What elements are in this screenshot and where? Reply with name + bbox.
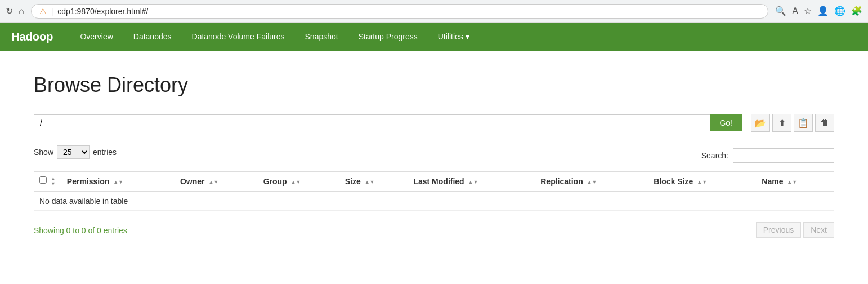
- col-owner[interactable]: Owner ▲▼: [175, 172, 258, 192]
- previous-button[interactable]: Previous: [756, 222, 801, 238]
- size-sort-icon: ▲▼: [365, 180, 375, 185]
- path-input[interactable]: [34, 114, 710, 131]
- zoom-icon[interactable]: 🔍: [775, 6, 786, 16]
- permission-sort-icon: ▲▼: [113, 180, 123, 185]
- col-replication[interactable]: Replication ▲▼: [535, 172, 648, 192]
- show-label: Show: [34, 148, 53, 157]
- nav-utilities[interactable]: Utilities ▾: [428, 24, 480, 49]
- entries-select[interactable]: 10 25 50 100: [57, 145, 90, 159]
- select-all-col[interactable]: ▲▼: [34, 172, 61, 192]
- pagination: Previous Next: [756, 222, 834, 238]
- browser-action-icons: 🔍 A ☆ 👤 🌐 🧩: [775, 6, 862, 16]
- sort-icon: ▲▼: [51, 176, 56, 187]
- entries-label: entries: [93, 148, 117, 157]
- list-icon-btn[interactable]: 📋: [794, 114, 813, 132]
- col-size[interactable]: Size ▲▼: [339, 172, 408, 192]
- name-sort-icon: ▲▼: [787, 180, 797, 185]
- owner-sort-icon: ▲▼: [208, 180, 218, 185]
- nav-startup-progress[interactable]: Startup Progress: [348, 24, 428, 49]
- folder-icon-btn[interactable]: 📂: [751, 114, 770, 132]
- search-label: Search:: [701, 151, 728, 160]
- toolbar-icons: 📂 ⬆ 📋 🗑: [751, 114, 834, 132]
- page-title: Browse Directory: [34, 73, 834, 97]
- navbar: Hadoop Overview Datanodes Datanode Volum…: [0, 23, 868, 51]
- replication-sort-icon: ▲▼: [587, 180, 597, 185]
- aa-icon[interactable]: A: [792, 6, 798, 16]
- block-size-sort-icon: ▲▼: [697, 180, 707, 185]
- nav-snapshot[interactable]: Snapshot: [295, 24, 348, 49]
- show-entries: Show 10 25 50 100 entries: [34, 145, 117, 159]
- no-data-row: No data available in table: [34, 192, 834, 211]
- showing-info: Showing 0 to 0 of 0 entries: [34, 226, 127, 235]
- security-warning-icon: ⚠: [39, 7, 47, 16]
- col-group[interactable]: Group ▲▼: [258, 172, 339, 192]
- table-header-row: ▲▼ Permission ▲▼ Owner ▲▼ Group ▲▼ Size …: [34, 172, 834, 192]
- search-bar: Search:: [701, 148, 834, 163]
- browser-nav-icons: ↻ ⌂: [6, 6, 24, 16]
- next-button[interactable]: Next: [803, 222, 834, 238]
- nav-datanodes[interactable]: Datanodes: [123, 24, 182, 49]
- data-table: ▲▼ Permission ▲▼ Owner ▲▼ Group ▲▼ Size …: [34, 171, 834, 211]
- col-permission[interactable]: Permission ▲▼: [61, 172, 175, 192]
- bookmark-icon[interactable]: ☆: [804, 6, 812, 16]
- select-all-checkbox[interactable]: [39, 176, 47, 184]
- address-bar[interactable]: ⚠ | cdp1:9870/explorer.html#/: [31, 4, 769, 19]
- separator: |: [51, 7, 53, 16]
- dropdown-arrow-icon: ▾: [466, 32, 469, 41]
- search-input[interactable]: [733, 148, 834, 163]
- upload-icon-btn[interactable]: ⬆: [772, 114, 791, 132]
- main-content: Browse Directory Go! 📂 ⬆ 📋 🗑 Show 10 25 …: [0, 51, 868, 260]
- profile-icon[interactable]: 👤: [817, 6, 829, 16]
- browser-bar: ↻ ⌂ ⚠ | cdp1:9870/explorer.html#/ 🔍 A ☆ …: [0, 0, 868, 23]
- home-icon[interactable]: ⌂: [19, 6, 24, 16]
- nav-overview[interactable]: Overview: [70, 24, 123, 49]
- go-button[interactable]: Go!: [710, 114, 742, 131]
- table-controls: Show 10 25 50 100 entries Search:: [34, 145, 834, 166]
- brand-label: Hadoop: [11, 30, 53, 43]
- last-modified-sort-icon: ▲▼: [468, 180, 478, 185]
- extensions-icon[interactable]: 🧩: [851, 6, 862, 16]
- no-data-message: No data available in table: [34, 192, 834, 211]
- url-text: cdp1:9870/explorer.html#/: [57, 7, 760, 16]
- refresh-icon[interactable]: ↻: [6, 6, 13, 16]
- group-sort-icon: ▲▼: [291, 180, 301, 185]
- path-bar: Go! 📂 ⬆ 📋 🗑: [34, 114, 834, 132]
- nav-datanode-volume-failures[interactable]: Datanode Volume Failures: [182, 24, 295, 49]
- chrome-icon[interactable]: 🌐: [834, 6, 845, 16]
- col-block-size[interactable]: Block Size ▲▼: [648, 172, 756, 192]
- nav-links: Overview Datanodes Datanode Volume Failu…: [70, 24, 479, 49]
- col-name[interactable]: Name ▲▼: [756, 172, 834, 192]
- delete-icon-btn[interactable]: 🗑: [815, 114, 834, 132]
- col-last-modified[interactable]: Last Modified ▲▼: [408, 172, 535, 192]
